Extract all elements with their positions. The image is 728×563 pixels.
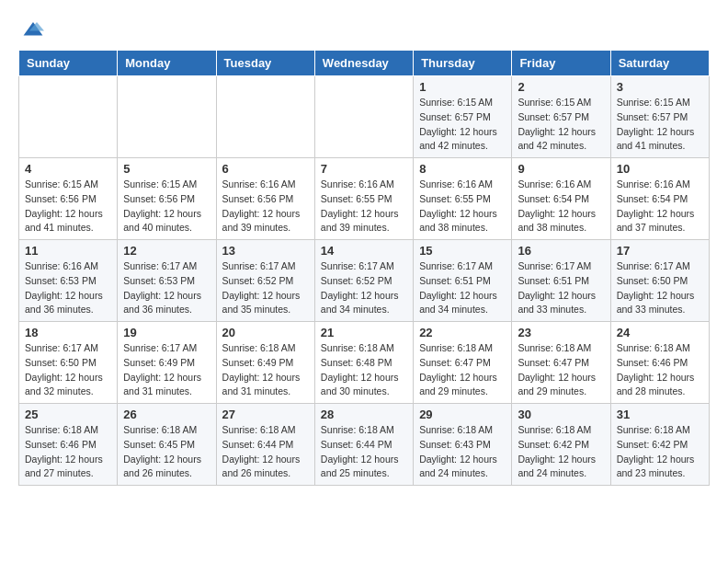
calendar-cell: 6 Sunrise: 6:16 AM Sunset: 6:56 PM Dayli… (216, 158, 314, 240)
calendar-cell: 18 Sunrise: 6:17 AM Sunset: 6:50 PM Dayl… (19, 322, 118, 404)
sunset-label: Sunset: 6:52 PM (321, 275, 392, 286)
calendar-cell: 14 Sunrise: 6:17 AM Sunset: 6:52 PM Dayl… (314, 240, 413, 322)
day-number: 8 (419, 162, 506, 176)
day-info: Sunrise: 6:16 AM Sunset: 6:56 PM Dayligh… (222, 178, 309, 236)
calendar-cell: 15 Sunrise: 6:17 AM Sunset: 6:51 PM Dayl… (414, 240, 512, 322)
calendar-cell: 17 Sunrise: 6:17 AM Sunset: 6:50 PM Dayl… (610, 240, 709, 322)
day-number: 9 (518, 162, 604, 176)
calendar-cell: 24 Sunrise: 6:18 AM Sunset: 6:46 PM Dayl… (610, 322, 709, 404)
day-number: 22 (419, 326, 506, 339)
week-row-3: 11 Sunrise: 6:16 AM Sunset: 6:53 PM Dayl… (19, 240, 710, 322)
daylight-label: Daylight: 12 hours and 41 minutes. (25, 208, 103, 234)
day-number: 29 (419, 408, 506, 421)
daylight-label: Daylight: 12 hours and 32 minutes. (25, 372, 103, 397)
sunrise-label: Sunrise: 6:17 AM (617, 260, 690, 271)
day-info: Sunrise: 6:15 AM Sunset: 6:57 PM Dayligh… (518, 96, 604, 154)
day-number: 26 (123, 408, 210, 421)
daylight-label: Daylight: 12 hours and 38 minutes. (518, 208, 596, 234)
day-number: 18 (25, 326, 111, 339)
sunset-label: Sunset: 6:49 PM (123, 357, 195, 368)
day-number: 21 (321, 326, 407, 339)
logo (18, 18, 44, 40)
calendar-cell: 12 Sunrise: 6:17 AM Sunset: 6:53 PM Dayl… (118, 240, 216, 322)
sunset-label: Sunset: 6:54 PM (617, 193, 688, 204)
day-info: Sunrise: 6:15 AM Sunset: 6:57 PM Dayligh… (617, 96, 703, 154)
day-number: 12 (123, 244, 210, 258)
day-info: Sunrise: 6:18 AM Sunset: 6:44 PM Dayligh… (321, 423, 407, 481)
sunrise-label: Sunrise: 6:18 AM (617, 342, 690, 353)
calendar-cell: 28 Sunrise: 6:18 AM Sunset: 6:44 PM Dayl… (314, 404, 413, 486)
sunrise-label: Sunrise: 6:16 AM (518, 178, 591, 190)
sunrise-label: Sunrise: 6:17 AM (123, 342, 197, 353)
sunset-label: Sunset: 6:44 PM (222, 439, 294, 450)
sunset-label: Sunset: 6:52 PM (222, 275, 294, 286)
day-info: Sunrise: 6:15 AM Sunset: 6:57 PM Dayligh… (419, 96, 506, 154)
daylight-label: Daylight: 12 hours and 28 minutes. (617, 372, 695, 397)
sunrise-label: Sunrise: 6:15 AM (123, 178, 197, 190)
day-number: 4 (25, 162, 111, 176)
logo-icon (22, 18, 44, 40)
sunset-label: Sunset: 6:42 PM (617, 439, 688, 450)
sunset-label: Sunset: 6:47 PM (518, 357, 589, 368)
daylight-label: Daylight: 12 hours and 42 minutes. (419, 126, 497, 152)
day-number: 17 (617, 244, 703, 258)
day-number: 30 (518, 408, 604, 421)
calendar-cell: 16 Sunrise: 6:17 AM Sunset: 6:51 PM Dayl… (512, 240, 610, 322)
day-number: 27 (222, 408, 309, 421)
sunrise-label: Sunrise: 6:18 AM (123, 424, 197, 435)
daylight-label: Daylight: 12 hours and 26 minutes. (222, 454, 301, 479)
sunset-label: Sunset: 6:43 PM (419, 439, 491, 450)
day-info: Sunrise: 6:17 AM Sunset: 6:49 PM Dayligh… (123, 341, 210, 399)
sunrise-label: Sunrise: 6:15 AM (518, 97, 591, 108)
sunset-label: Sunset: 6:57 PM (419, 111, 491, 122)
calendar-cell (19, 76, 118, 158)
day-number: 28 (321, 408, 407, 421)
sunset-label: Sunset: 6:56 PM (123, 193, 195, 204)
sunrise-label: Sunrise: 6:18 AM (321, 342, 394, 353)
sunset-label: Sunset: 6:53 PM (123, 275, 195, 286)
sunset-label: Sunset: 6:42 PM (518, 439, 589, 450)
sunset-label: Sunset: 6:56 PM (222, 193, 294, 204)
sunset-label: Sunset: 6:53 PM (25, 275, 97, 286)
daylight-label: Daylight: 12 hours and 25 minutes. (321, 454, 399, 479)
sunrise-label: Sunrise: 6:16 AM (25, 260, 98, 271)
sunset-label: Sunset: 6:54 PM (518, 193, 589, 204)
sunset-label: Sunset: 6:50 PM (25, 357, 97, 368)
daylight-label: Daylight: 12 hours and 34 minutes. (419, 290, 497, 316)
calendar-cell: 8 Sunrise: 6:16 AM Sunset: 6:55 PM Dayli… (414, 158, 512, 240)
daylight-label: Daylight: 12 hours and 37 minutes. (617, 208, 695, 234)
sunrise-label: Sunrise: 6:15 AM (25, 178, 98, 190)
header-friday: Friday (512, 51, 610, 76)
daylight-label: Daylight: 12 hours and 31 minutes. (123, 372, 201, 397)
calendar-cell: 19 Sunrise: 6:17 AM Sunset: 6:49 PM Dayl… (118, 322, 216, 404)
day-info: Sunrise: 6:18 AM Sunset: 6:45 PM Dayligh… (123, 423, 210, 481)
sunset-label: Sunset: 6:51 PM (518, 275, 589, 286)
daylight-label: Daylight: 12 hours and 23 minutes. (617, 454, 695, 479)
daylight-label: Daylight: 12 hours and 42 minutes. (518, 126, 596, 152)
day-number: 2 (518, 80, 604, 94)
day-info: Sunrise: 6:17 AM Sunset: 6:51 PM Dayligh… (518, 259, 604, 317)
calendar-cell: 11 Sunrise: 6:16 AM Sunset: 6:53 PM Dayl… (19, 240, 118, 322)
day-number: 25 (25, 408, 111, 421)
sunrise-label: Sunrise: 6:15 AM (617, 97, 690, 108)
sunrise-label: Sunrise: 6:18 AM (321, 424, 394, 435)
week-row-5: 25 Sunrise: 6:18 AM Sunset: 6:46 PM Dayl… (19, 404, 710, 486)
sunset-label: Sunset: 6:46 PM (617, 357, 688, 368)
calendar-cell: 1 Sunrise: 6:15 AM Sunset: 6:57 PM Dayli… (414, 76, 512, 158)
sunset-label: Sunset: 6:56 PM (25, 193, 97, 204)
calendar-cell: 10 Sunrise: 6:16 AM Sunset: 6:54 PM Dayl… (610, 158, 709, 240)
day-info: Sunrise: 6:17 AM Sunset: 6:52 PM Dayligh… (222, 259, 309, 317)
day-info: Sunrise: 6:18 AM Sunset: 6:49 PM Dayligh… (222, 341, 309, 399)
day-info: Sunrise: 6:18 AM Sunset: 6:47 PM Dayligh… (419, 341, 506, 399)
day-number: 19 (123, 326, 210, 339)
daylight-label: Daylight: 12 hours and 38 minutes. (419, 208, 497, 234)
sunrise-label: Sunrise: 6:18 AM (419, 424, 493, 435)
header-wednesday: Wednesday (314, 51, 413, 76)
day-info: Sunrise: 6:16 AM Sunset: 6:54 PM Dayligh… (617, 178, 703, 236)
day-number: 5 (123, 162, 210, 176)
daylight-label: Daylight: 12 hours and 40 minutes. (123, 208, 201, 234)
day-number: 24 (617, 326, 703, 339)
daylight-label: Daylight: 12 hours and 33 minutes. (518, 290, 596, 316)
header-tuesday: Tuesday (216, 51, 314, 76)
calendar-cell (118, 76, 216, 158)
